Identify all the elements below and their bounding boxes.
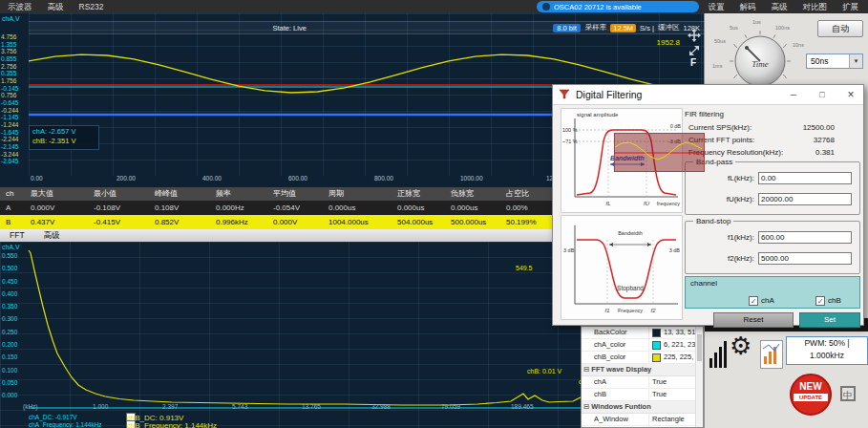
scope-status-strip: State: Live 8.0 bit 采样率 12.5M S/s | 缓冲区 …: [29, 21, 704, 34]
dialog-title: Digital Filtering: [576, 89, 642, 100]
knob-label: Time: [752, 59, 769, 69]
scope-y-tick: 3.756: [1, 48, 28, 55]
tab-fft[interactable]: FFT: [0, 229, 34, 242]
property-row-cha-display[interactable]: chA True: [582, 376, 703, 389]
menu-item[interactable]: 解码: [732, 0, 764, 13]
f2-label: f2(kHz):: [688, 254, 754, 263]
scope-x-tick: 600.00: [286, 175, 372, 185]
menu-item[interactable]: RS232: [72, 0, 112, 13]
buffer-preview-thumbnail[interactable]: [614, 133, 705, 172]
scope-y-tick: -0.244: [1, 107, 28, 115]
scope-y-tick: 2.756: [1, 63, 28, 71]
scope-y-tick: -1.645: [1, 129, 28, 137]
chA-checkbox[interactable]: ✓chA: [749, 291, 774, 309]
property-row-backcolor[interactable]: BackColor 13, 33, 51: [582, 327, 703, 339]
property-row-a-window[interactable]: A_Window Rectangle: [582, 414, 703, 426]
auto-button[interactable]: 自动: [817, 20, 863, 37]
property-grid-scrollbar[interactable]: [695, 327, 703, 427]
menu-item[interactable]: 扩展: [835, 0, 866, 13]
chB-checkbox[interactable]: ✓chB: [815, 291, 841, 309]
scope-y-tick: -1.244: [1, 121, 28, 129]
minimize-button[interactable]: ─: [780, 85, 807, 104]
menu-item[interactable]: 对比图: [795, 0, 836, 13]
scope-y-tick: 0.756: [1, 92, 28, 99]
gear-icon[interactable]: ⚙: [730, 333, 752, 358]
new-update-badge[interactable]: NEW UPDATE: [790, 374, 832, 416]
cursor-readout-chA: chA: -2.657 V: [32, 127, 95, 137]
scope-y-tick: 1.355: [1, 41, 28, 49]
scope-y-tick: -1.145: [1, 114, 28, 121]
svg-text:100 %: 100 %: [562, 127, 578, 133]
chB-freq-readout: chB_Frequency: 1.144kHz: [126, 420, 136, 428]
status-icon: [542, 3, 550, 11]
chevron-down-icon[interactable]: ▼: [849, 54, 862, 68]
property-row-chb-display[interactable]: chB True: [582, 389, 703, 401]
scope-y-tick: -2.145: [1, 143, 28, 151]
svg-text:f1: f1: [604, 308, 609, 313]
fu-input[interactable]: [758, 193, 852, 205]
pwm-readout: PWM: 50% | 1.000kHz: [786, 336, 868, 365]
collapse-icon[interactable]: ⊟: [583, 401, 589, 413]
set-button[interactable]: Set: [799, 312, 860, 328]
scope-x-tick: 800.00: [372, 175, 458, 185]
fft-marker-chB-1: chB: 0.01 V: [527, 368, 561, 374]
device-status-badge: OSCA02 20712 is available: [537, 1, 699, 12]
pan-tool-icon[interactable]: [688, 29, 701, 42]
scope-x-tick: 400.00: [201, 175, 286, 185]
bandpass-group: Band-pass fL(kHz): fU(kHz):: [685, 161, 860, 215]
bar-chart-icon[interactable]: [709, 339, 730, 368]
scope-x-tick: 200.00: [115, 175, 201, 185]
f1-input[interactable]: [758, 231, 852, 244]
property-category-window-function[interactable]: ⊟ Windows Funtion: [582, 401, 703, 414]
svg-text:0 dB: 0 dB: [670, 123, 682, 129]
fft-points-value: 32768: [753, 136, 835, 144]
sps-label: Current SPS(kHz):: [688, 123, 752, 132]
maximize-button[interactable]: □: [809, 85, 836, 104]
checkbox-check-icon[interactable]: ✓: [749, 296, 758, 306]
scope-y-tick: -2.244: [1, 136, 28, 143]
svg-text:fL: fL: [605, 201, 610, 206]
menu-item[interactable]: 高级: [764, 0, 795, 13]
timebase-select[interactable]: 50ns ▼: [806, 54, 863, 69]
menu-item[interactable]: 设置: [701, 0, 732, 13]
scope-y-tick: -2.645: [1, 158, 28, 165]
svg-text:3 dB: 3 dB: [563, 247, 575, 253]
device-status-text: OSCA02 20712 is available: [554, 3, 642, 11]
fft-tool-button[interactable]: F: [690, 57, 696, 68]
sps-value: 12500.00: [753, 123, 835, 132]
fl-input[interactable]: [758, 172, 852, 184]
menu-item[interactable]: 示波器: [0, 0, 40, 13]
signal-generator-icon[interactable]: [760, 340, 783, 369]
digital-filtering-dialog: Digital Filtering ─ □ × signal amplitude…: [552, 84, 864, 326]
property-category-fft-display[interactable]: ⊟ FFT wave Display: [582, 364, 703, 376]
bit-depth-badge: 8.0 bit: [553, 24, 580, 32]
bandstop-group: Band-stop f1(kHz): f2(kHz):: [685, 221, 860, 274]
property-row-cha-color[interactable]: chA_color 6, 221, 238: [582, 339, 703, 352]
scope-y-tick: 0.855: [1, 55, 28, 63]
buffer-label: 缓冲区: [658, 23, 680, 32]
f2-input[interactable]: [758, 252, 852, 265]
fft-x-tick: 79.059: [441, 403, 511, 410]
close-button[interactable]: ×: [837, 85, 864, 104]
fft-x-tick: 189.465: [511, 403, 581, 410]
menu-item[interactable]: 高级: [40, 0, 72, 13]
svg-text:Stopband: Stopband: [617, 285, 644, 292]
sample-rate-value[interactable]: 12.5M: [610, 24, 636, 32]
menubar: 示波器高级RS232 OSCA02 20712 is available 设置解…: [0, 0, 868, 13]
svg-text:signal amplitude: signal amplitude: [577, 112, 619, 118]
collapse-icon[interactable]: ⊟: [583, 364, 589, 375]
fft-x-tick: 2.397: [162, 403, 232, 410]
menubar-left: 示波器高级RS232: [0, 0, 112, 13]
tab-fft-advanced[interactable]: 高级: [34, 229, 70, 242]
corner-readout: 1952.8: [621, 38, 680, 47]
menubar-right: 设置解码高级对比图扩展: [701, 0, 867, 13]
scope-y-tick: 1.756: [1, 77, 28, 85]
reset-button[interactable]: Reset: [713, 312, 794, 328]
property-row-chb-color[interactable]: chB_color 225, 225, 0: [582, 352, 703, 364]
checkbox-check-icon[interactable]: ✓: [815, 296, 825, 306]
svg-text:frequency: frequency: [657, 201, 680, 206]
fft-x-tick: 13.765: [302, 403, 371, 410]
fft-x-tick: 5.743: [232, 403, 302, 410]
svg-text:f2: f2: [650, 308, 656, 313]
zoom-expand-icon[interactable]: [688, 44, 701, 57]
